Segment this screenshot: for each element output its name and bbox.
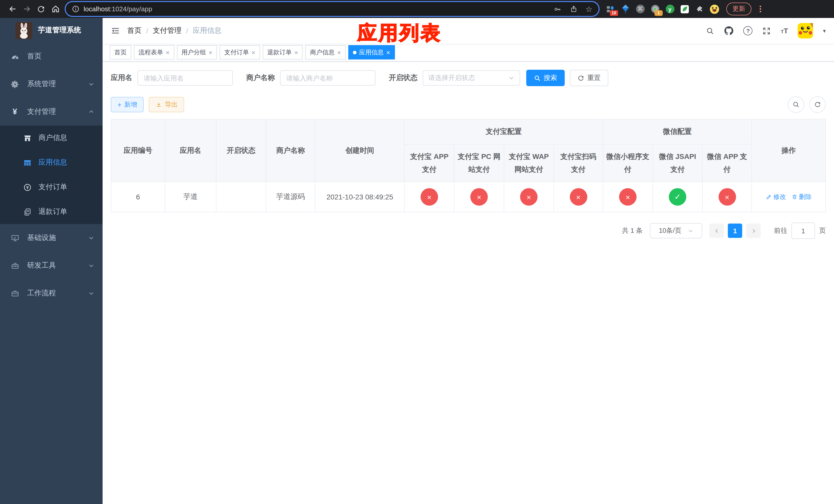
- app-name-input[interactable]: [137, 70, 233, 86]
- add-button[interactable]: + 新增: [111, 97, 144, 112]
- browser-home-button[interactable]: [48, 2, 63, 16]
- export-button[interactable]: 导出: [149, 97, 184, 112]
- sidebar-item-dev-tools[interactable]: 研发工具: [0, 252, 103, 279]
- extension-recorder-icon[interactable]: 1: [650, 4, 660, 14]
- storefront-icon: [23, 134, 32, 142]
- edit-link[interactable]: 修改: [766, 192, 786, 201]
- column-header: 微信 JSAPI 支付: [653, 144, 702, 182]
- group-header-alipay: 支付宝配置: [404, 119, 603, 144]
- tab-merchant-info[interactable]: 商户信息×: [305, 45, 346, 60]
- extension-notes-icon[interactable]: [680, 4, 689, 14]
- sidebar-collapse-icon[interactable]: [111, 26, 120, 36]
- breadcrumb: 首页 / 支付管理 / 应用信息: [127, 26, 222, 36]
- tab-pay-order[interactable]: 支付订单×: [220, 45, 260, 60]
- screen: localhost:1024/pay/app ☆ 10 ⌘: [0, 0, 834, 504]
- sidebar-item-refund-orders[interactable]: 退款订单: [0, 200, 103, 224]
- goto-label: 前往: [774, 226, 787, 235]
- avatar-dropdown-caret-icon[interactable]: ▾: [823, 27, 826, 34]
- extension-grid-icon[interactable]: 10: [606, 4, 615, 14]
- goto-page-input[interactable]: [791, 223, 815, 239]
- annotation-title: 应用列表: [357, 20, 442, 46]
- chevron-left-icon: [714, 228, 719, 233]
- browser-menu-kebab-icon[interactable]: [755, 4, 765, 14]
- extension-yuque-icon[interactable]: y: [665, 4, 675, 14]
- download-icon: [155, 101, 162, 108]
- status-label: 开启状态: [389, 73, 418, 83]
- browser-reload-button[interactable]: [34, 2, 48, 16]
- extension-kite-icon[interactable]: [621, 4, 630, 14]
- address-bar[interactable]: localhost:1024/pay/app ☆: [66, 2, 598, 16]
- tab-process-form[interactable]: 流程表单×: [134, 45, 174, 60]
- bookmark-star-icon[interactable]: ☆: [586, 5, 592, 13]
- delete-link[interactable]: 删除: [791, 192, 812, 201]
- toggle-search-button[interactable]: [788, 96, 804, 113]
- breadcrumb-current: 应用信息: [193, 26, 222, 36]
- table-toolbar: + 新增 导出: [111, 96, 826, 113]
- extensions-row: 10 ⌘ 1 y: [606, 4, 719, 14]
- breadcrumb-payment[interactable]: 支付管理: [153, 26, 181, 36]
- page-size-select[interactable]: 10条/页: [650, 223, 702, 238]
- current-page-button[interactable]: 1: [728, 224, 742, 238]
- cell-app-id: 6: [111, 182, 165, 212]
- breadcrumb-home[interactable]: 首页: [127, 26, 141, 36]
- help-icon[interactable]: ?: [744, 26, 753, 36]
- github-icon[interactable]: [724, 26, 734, 36]
- sidebar-item-infrastructure[interactable]: 基础设施: [0, 224, 103, 252]
- table-grid-icon: [23, 158, 32, 167]
- column-header: 支付宝扫码支付: [554, 144, 603, 182]
- site-info-icon[interactable]: [72, 5, 80, 13]
- sidebar-item-merchant-info[interactable]: 商户信息: [0, 125, 103, 150]
- tab-refund-order[interactable]: 退款订单×: [263, 45, 303, 60]
- close-icon[interactable]: ×: [337, 49, 341, 55]
- yen-circle-icon: [23, 183, 32, 191]
- next-page-button[interactable]: [746, 224, 761, 238]
- refresh-table-button[interactable]: [809, 96, 826, 113]
- password-key-icon[interactable]: [553, 5, 562, 13]
- sidebar-logo-row[interactable]: 芋道管理系统: [0, 18, 103, 43]
- search-button[interactable]: 搜索: [526, 70, 565, 86]
- extension-command-icon[interactable]: ⌘: [636, 4, 645, 14]
- tab-app-info[interactable]: 应用信息×: [348, 45, 395, 60]
- close-icon[interactable]: ×: [208, 49, 212, 55]
- status-select[interactable]: 请选择开启状态: [423, 70, 520, 86]
- app-logo-rabbit: [15, 22, 32, 39]
- browser-update-button[interactable]: 更新: [726, 3, 751, 15]
- user-avatar[interactable]: [798, 23, 813, 39]
- close-icon[interactable]: ×: [251, 49, 255, 55]
- edit-pencil-icon: [766, 194, 772, 200]
- sidebar-item-payment[interactable]: ¥ 支付管理: [0, 98, 103, 125]
- sidebar-item-home[interactable]: 首页: [0, 43, 103, 70]
- sidebar-item-pay-orders[interactable]: 支付订单: [0, 175, 103, 200]
- gear-icon: [10, 80, 20, 88]
- browser-profile-avatar[interactable]: [710, 4, 719, 14]
- sidebar-item-system[interactable]: 系统管理: [0, 70, 103, 98]
- browser-back-button[interactable]: [5, 2, 20, 16]
- close-icon[interactable]: ×: [166, 49, 170, 55]
- url-path: :1024/pay/app: [110, 5, 152, 13]
- tab-home[interactable]: 首页: [110, 45, 131, 60]
- browser-forward-button[interactable]: [20, 2, 34, 16]
- column-header: 微信小程序支付: [603, 144, 653, 182]
- tab-user-group[interactable]: 用户分组×: [177, 45, 217, 60]
- extensions-puzzle-icon[interactable]: [695, 4, 704, 14]
- column-header: 应用编号: [111, 119, 165, 182]
- extension-badge: 10: [610, 10, 618, 16]
- header-search-icon[interactable]: [706, 26, 715, 35]
- close-icon[interactable]: ×: [294, 49, 298, 55]
- payment-submenu: 商户信息 应用信息 支付订单: [0, 125, 103, 224]
- share-icon[interactable]: [570, 5, 577, 13]
- search-icon: [534, 75, 541, 81]
- total-count: 共 1 条: [622, 226, 643, 235]
- prev-page-button[interactable]: [709, 224, 724, 238]
- merchant-name-input[interactable]: [280, 70, 375, 86]
- table-row: 6 芋道 芋道源码 2021-10-23 08:49:25 × × × × × …: [111, 182, 826, 212]
- reset-button[interactable]: 重置: [570, 70, 608, 86]
- sidebar-item-app-info[interactable]: 应用信息: [0, 150, 103, 175]
- sidebar: 芋道管理系统 首页 系统管理 ¥ 支付管理: [0, 18, 103, 504]
- sidebar-item-workflow[interactable]: 工作流程: [0, 279, 103, 307]
- close-icon[interactable]: ×: [386, 49, 390, 55]
- app-name-label: 应用名: [111, 73, 132, 83]
- url-host: localhost: [84, 5, 110, 13]
- fullscreen-icon[interactable]: [763, 26, 771, 35]
- font-size-icon[interactable]: TT: [781, 27, 788, 35]
